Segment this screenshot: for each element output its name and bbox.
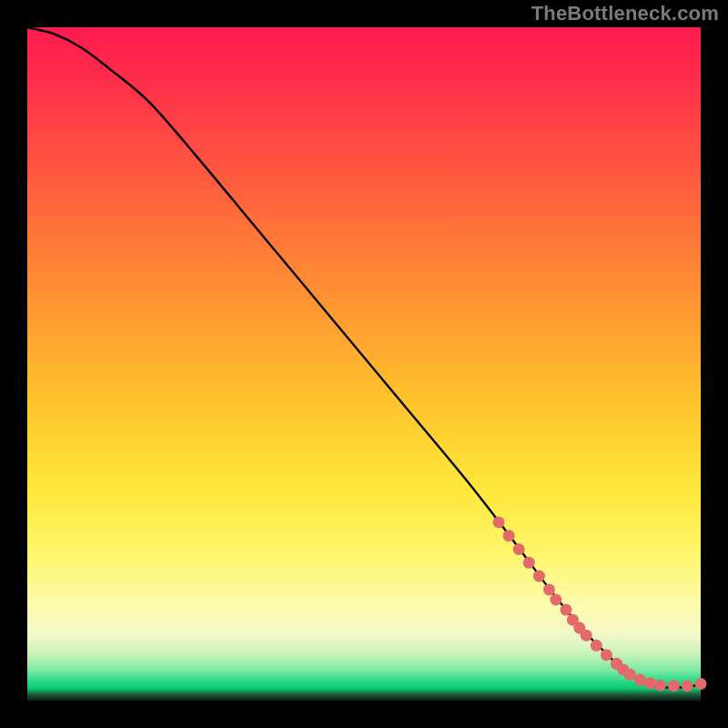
highlight-dots [493,516,707,692]
highlight-dot [513,543,525,555]
highlight-dot [493,516,505,528]
plot-area [27,27,701,701]
highlight-dot [550,594,561,606]
chart-frame: TheBottleneck.com [0,0,728,728]
highlight-dot [601,649,612,661]
attribution-label: TheBottleneck.com [531,2,719,25]
highlight-dot [561,604,572,616]
highlight-dot [543,583,555,595]
highlight-dot [624,669,636,681]
highlight-dot [654,679,666,691]
highlight-dot [533,571,545,582]
highlight-dot [695,678,707,690]
highlight-dot [634,674,646,686]
chart-svg [27,27,701,701]
highlight-dot [644,677,656,689]
highlight-dot [682,680,693,692]
highlight-dot [523,557,535,569]
highlight-dot [581,630,592,642]
highlight-dot [591,640,602,652]
highlight-dot [668,680,680,692]
highlight-dot [503,530,515,541]
bottleneck-curve [27,27,701,687]
